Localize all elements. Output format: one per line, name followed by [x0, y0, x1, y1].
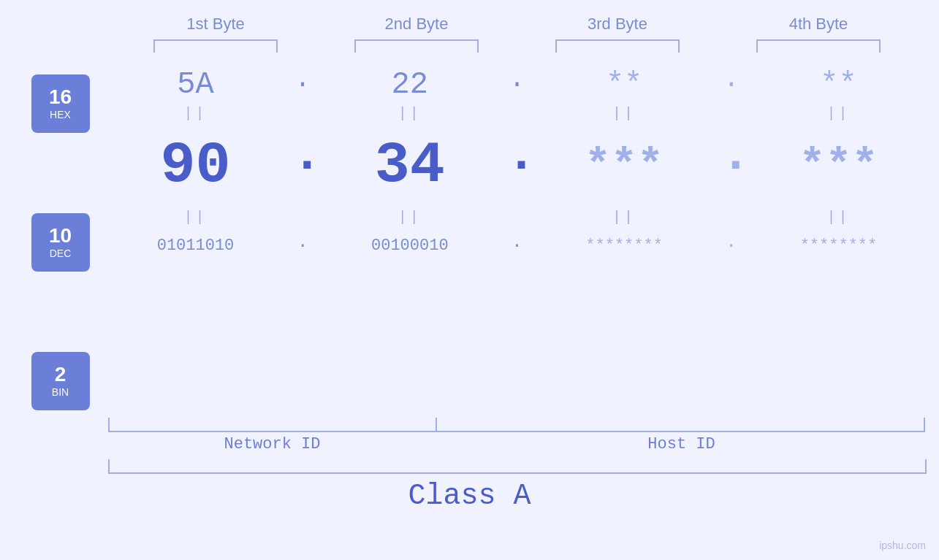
bin-val-4: ********	[800, 237, 878, 255]
eq-dot-spacer-2b	[506, 209, 528, 226]
byte-header-3: 3rd Byte	[537, 15, 698, 34]
badge-hex: 16 HEX	[31, 74, 90, 133]
byte-header-4: 4th Byte	[738, 15, 899, 34]
bin-val-1: 01011010	[157, 237, 235, 255]
bracket-cell-4	[738, 39, 899, 53]
byte-header-2: 2nd Byte	[336, 15, 497, 34]
network-bracket	[108, 418, 437, 432]
dec-dot-1: ·	[292, 140, 313, 191]
dec-dot-3: ·	[721, 140, 742, 191]
badge-dec: 10 DEC	[31, 213, 90, 272]
badge-dec-text: DEC	[50, 248, 72, 259]
bracket-line-3	[555, 39, 680, 53]
dec-dot-2: ·	[506, 140, 528, 191]
bracket-cell-1	[135, 39, 296, 53]
hex-val-1: 5A	[177, 67, 213, 102]
eq-dot-spacer-3	[721, 105, 742, 122]
eq-dot-spacer-3b	[721, 209, 742, 226]
equals-row-1: || || || ||	[108, 102, 927, 125]
bin-val-2: 00100010	[371, 237, 449, 255]
watermark: ipshu.com	[879, 540, 926, 551]
main-container: 1st Byte 2nd Byte 3rd Byte 4th Byte 16 H…	[0, 0, 939, 560]
dec-val-3: ***	[585, 141, 664, 191]
bin-cell-3: ********	[544, 237, 704, 255]
bottom-section: Network ID Host ID	[108, 418, 927, 453]
dec-cell-1: 90	[115, 132, 276, 199]
badge-hex-text: HEX	[50, 109, 71, 120]
eq-cell-3: ||	[544, 105, 704, 122]
eq-cell-1b: ||	[115, 209, 276, 226]
top-brackets	[115, 39, 919, 53]
class-label: Class A	[0, 480, 939, 513]
badge-dec-num: 10	[49, 226, 72, 246]
badge-hex-num: 16	[49, 87, 72, 107]
dec-cell-3: ***	[544, 141, 704, 191]
hex-cell-4: **	[758, 67, 919, 102]
eq-cell-2: ||	[330, 105, 490, 122]
bracket-cell-2	[336, 39, 497, 53]
network-id-label: Network ID	[108, 435, 437, 453]
dec-cell-2: 34	[330, 132, 490, 199]
bracket-line-2	[354, 39, 479, 53]
bracket-line-1	[153, 39, 278, 53]
host-id-label: Host ID	[437, 435, 927, 453]
dec-cell-4: ***	[758, 141, 919, 191]
bin-cell-4: ********	[758, 237, 919, 255]
hex-cell-1: 5A	[115, 67, 276, 102]
bracket-labels: Network ID Host ID	[108, 435, 927, 453]
bin-dot-1: ·	[292, 236, 313, 256]
eq-cell-3b: ||	[544, 209, 704, 226]
dec-val-2: 34	[375, 132, 445, 199]
dec-data-row: 90 · 34 · *** · ***	[108, 132, 927, 199]
bin-data-row: 01011010 · 00100010 · ******** · *******…	[108, 236, 927, 256]
hex-dot-2: ·	[506, 70, 528, 100]
bin-dot-3: ·	[721, 236, 742, 256]
eq-cell-4: ||	[758, 105, 919, 122]
bracket-cell-3	[537, 39, 698, 53]
equals-row-2: || || || ||	[108, 206, 927, 229]
eq-cell-4b: ||	[758, 209, 919, 226]
host-bracket	[436, 418, 925, 432]
hex-cell-3: **	[544, 67, 704, 102]
badge-bin-text: BIN	[52, 386, 69, 398]
dec-val-4: ***	[799, 141, 878, 191]
badges-column: 16 HEX 10 DEC 2 BIN	[13, 67, 108, 410]
eq-cell-2b: ||	[330, 209, 490, 226]
full-bracket	[108, 459, 927, 474]
eq-dot-spacer-1	[292, 105, 313, 122]
bracket-line-4	[756, 39, 881, 53]
main-area: 16 HEX 10 DEC 2 BIN 5A · 22	[13, 67, 927, 410]
hex-dot-3: ·	[721, 70, 742, 100]
eq-dot-spacer-2	[506, 105, 528, 122]
hex-val-3: **	[606, 67, 642, 102]
eq-dot-spacer-1b	[292, 209, 313, 226]
badge-bin: 2 BIN	[31, 352, 90, 410]
hex-dot-1: ·	[292, 70, 313, 100]
hex-val-2: 22	[392, 67, 428, 102]
hex-val-4: **	[820, 67, 856, 102]
dec-val-1: 90	[160, 132, 230, 199]
hex-cell-2: 22	[330, 67, 490, 102]
bin-cell-1: 01011010	[115, 237, 276, 255]
badge-bin-num: 2	[55, 364, 66, 385]
bin-cell-2: 00100010	[330, 237, 490, 255]
bottom-brackets	[108, 418, 927, 432]
bin-dot-2: ·	[506, 236, 528, 256]
byte-header-1: 1st Byte	[135, 15, 296, 34]
hex-data-row: 5A · 22 · ** · **	[108, 67, 927, 102]
eq-cell-1: ||	[115, 105, 276, 122]
bin-val-3: ********	[585, 237, 663, 255]
data-rows: 5A · 22 · ** · ** || ||	[108, 67, 927, 256]
byte-headers-row: 1st Byte 2nd Byte 3rd Byte 4th Byte	[115, 15, 919, 34]
